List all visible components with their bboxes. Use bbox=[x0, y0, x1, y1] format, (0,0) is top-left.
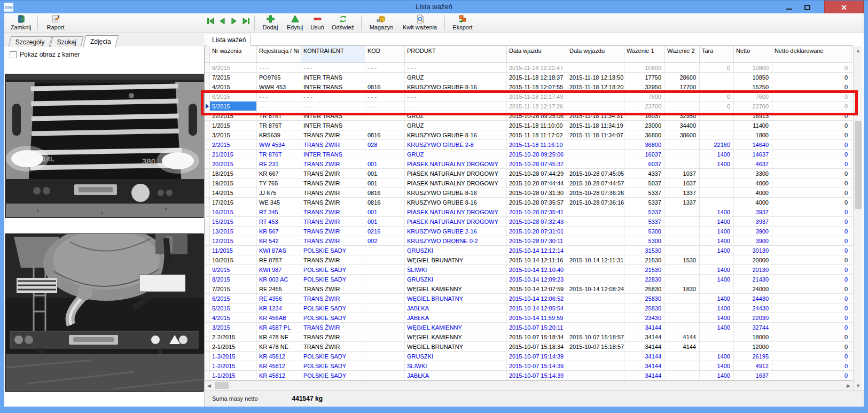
cell[interactable] bbox=[567, 217, 624, 226]
table-row[interactable]: 15/2015RT 453TRANS ŻWIR001PIASEK NATURAL… bbox=[205, 217, 853, 227]
cell[interactable]: 3/2015 bbox=[210, 130, 257, 139]
cell[interactable]: 1400 bbox=[700, 217, 734, 226]
column-header-8[interactable]: Ważenie 2 bbox=[665, 46, 700, 63]
kwit-wazenia-button[interactable]: Kwit ważenia bbox=[398, 14, 441, 32]
cell[interactable]: 19/2015 bbox=[210, 178, 257, 188]
cell[interactable]: 2015-10-14 11:59:59 bbox=[507, 313, 567, 322]
cell[interactable]: WĘGIEL KAMIENNY bbox=[405, 332, 507, 341]
cell[interactable]: 1337 bbox=[665, 188, 700, 197]
cell[interactable]: 2015-10-07 15:18:57 bbox=[567, 342, 624, 351]
cell[interactable]: 2015-10-28 07:44:44 bbox=[507, 178, 567, 188]
cell[interactable]: INTER TRANS bbox=[301, 111, 365, 120]
cell[interactable]: 22030 bbox=[734, 313, 772, 322]
cell[interactable]: INTER TRANS bbox=[301, 73, 365, 82]
cell[interactable]: 0816 bbox=[365, 82, 405, 91]
cell[interactable]: 4144 bbox=[665, 342, 700, 351]
cell[interactable]: KWI 987 bbox=[257, 265, 301, 274]
scroll-up-icon[interactable]: ▲ bbox=[854, 46, 863, 55]
table-row[interactable]: 1-2/2015KR 45812POLSKIE SADYŚLIWKI2015-1… bbox=[205, 361, 853, 371]
cell[interactable] bbox=[365, 352, 405, 361]
cell[interactable] bbox=[665, 207, 700, 216]
cell[interactable]: KRUSZYWO GRUBE 8-16 bbox=[405, 130, 507, 139]
cell[interactable] bbox=[665, 227, 700, 236]
cell[interactable]: RT 345 bbox=[257, 207, 301, 216]
cell[interactable]: 1830 bbox=[665, 284, 700, 293]
cell[interactable]: 32950 bbox=[665, 111, 700, 120]
cell[interactable]: 2015-10-14 12:05:54 bbox=[507, 303, 567, 313]
cell[interactable]: JABŁKA bbox=[405, 371, 507, 380]
cell[interactable]: 3937 bbox=[734, 217, 772, 226]
cell[interactable] bbox=[567, 150, 624, 159]
usun-button[interactable]: Usuń bbox=[307, 14, 328, 32]
cell[interactable]: 1400 bbox=[700, 246, 734, 255]
vertical-scrollbar[interactable]: ▲ ▼ bbox=[853, 46, 862, 390]
cell[interactable]: WWR 453 bbox=[257, 82, 301, 91]
table-row[interactable]: 2-1/2015KR 478 NETRANS ŻWIRWĘGIEL BRUNAT… bbox=[205, 342, 853, 352]
cell[interactable]: 001 bbox=[365, 217, 405, 226]
cell[interactable] bbox=[567, 227, 624, 236]
cell[interactable]: 36800 bbox=[624, 130, 665, 139]
cell[interactable]: JJ 675 bbox=[257, 188, 301, 197]
cell[interactable]: 0 bbox=[772, 159, 851, 168]
cell[interactable]: 10800 bbox=[734, 63, 772, 72]
cell[interactable]: 2015-11-18 11:34:07 bbox=[567, 130, 624, 139]
cell[interactable]: 16/2015 bbox=[210, 207, 257, 216]
scroll-down-icon[interactable]: ▼ bbox=[854, 381, 863, 390]
cell[interactable]: 2015-10-28 09:25:06 bbox=[507, 111, 567, 120]
cell[interactable]: 17700 bbox=[665, 82, 700, 91]
cell[interactable]: GRUZ bbox=[405, 73, 507, 82]
cell[interactable]: 6/2015 bbox=[210, 294, 257, 303]
table-row[interactable]: 16/2015RT 345TRANS ŻWIR001PIASEK NATURAL… bbox=[205, 207, 853, 217]
cell[interactable]: 1337 bbox=[665, 198, 700, 207]
cell[interactable]: 1400 bbox=[700, 275, 734, 284]
cell[interactable]: KR 478 NE bbox=[257, 342, 301, 351]
cell[interactable]: PIASEK NATURALNY DROGOWY bbox=[405, 217, 507, 226]
cell[interactable]: 1400 bbox=[700, 303, 734, 313]
cell[interactable]: 0 bbox=[772, 111, 851, 120]
cell[interactable]: 1400 bbox=[700, 265, 734, 274]
column-header-3[interactable]: KOD bbox=[365, 46, 405, 63]
cell[interactable]: GRUZ bbox=[405, 121, 507, 130]
cell[interactable]: TRANS ŻWIR bbox=[301, 159, 365, 168]
cell[interactable]: TRANS ŻWIR bbox=[301, 294, 365, 303]
cell[interactable] bbox=[665, 63, 700, 72]
cell[interactable]: 2015-11-18 12:18:20 bbox=[567, 82, 624, 91]
cell[interactable]: 32744 bbox=[734, 323, 772, 332]
column-header-4[interactable]: PRODUKT bbox=[405, 46, 507, 63]
cell[interactable]: 2015-10-14 12:07:59 bbox=[507, 284, 567, 293]
cell[interactable]: 0 bbox=[772, 361, 851, 370]
cell[interactable]: 0 bbox=[772, 303, 851, 313]
table-row[interactable]: 17/2015WE 345TRANS ŻWIR0816KRUSZYWO GRUB… bbox=[205, 198, 853, 207]
cell[interactable]: 0 bbox=[700, 63, 734, 72]
cell[interactable]: 1400 bbox=[700, 150, 734, 159]
cell[interactable]: 25830 bbox=[624, 294, 665, 303]
cell[interactable]: TRANS ŻWIR bbox=[301, 217, 365, 226]
cell[interactable] bbox=[365, 73, 405, 82]
cell[interactable] bbox=[665, 265, 700, 274]
cell[interactable]: PO9765 bbox=[257, 73, 301, 82]
cell[interactable]: 2015-11-18 11:34:31 bbox=[567, 111, 624, 120]
cell[interactable]: POLSKIE SADY bbox=[301, 265, 365, 274]
cell[interactable]: 0 bbox=[772, 150, 851, 159]
cell[interactable]: TRANS ŻWIR bbox=[301, 140, 365, 149]
cell[interactable] bbox=[665, 352, 700, 361]
cell[interactable]: 0 bbox=[772, 178, 851, 188]
cell[interactable]: 7600 bbox=[624, 92, 665, 101]
cell[interactable]: 34144 bbox=[624, 361, 665, 370]
cell[interactable] bbox=[567, 207, 624, 216]
cell[interactable]: 0 bbox=[772, 73, 851, 82]
cell[interactable]: - - - bbox=[405, 63, 507, 72]
cell[interactable]: 1637 bbox=[734, 371, 772, 380]
cell[interactable] bbox=[665, 140, 700, 149]
cell[interactable]: POLSKIE SADY bbox=[301, 275, 365, 284]
edytuj-button[interactable]: Edytuj bbox=[283, 14, 307, 32]
cell[interactable]: 1400 bbox=[700, 323, 734, 332]
cell[interactable] bbox=[665, 246, 700, 255]
cell[interactable] bbox=[700, 178, 734, 188]
cell[interactable]: 2015-10-28 07:35:57 bbox=[507, 198, 567, 207]
cell[interactable]: KR 45812 bbox=[257, 361, 301, 370]
cell[interactable]: POLSKIE SADY bbox=[301, 361, 365, 370]
cell[interactable]: KRUSZYWO GRUBE 8-16 bbox=[405, 188, 507, 197]
cell[interactable]: TRANS ŻWIR bbox=[301, 332, 365, 341]
cell[interactable]: - - - bbox=[405, 92, 507, 101]
